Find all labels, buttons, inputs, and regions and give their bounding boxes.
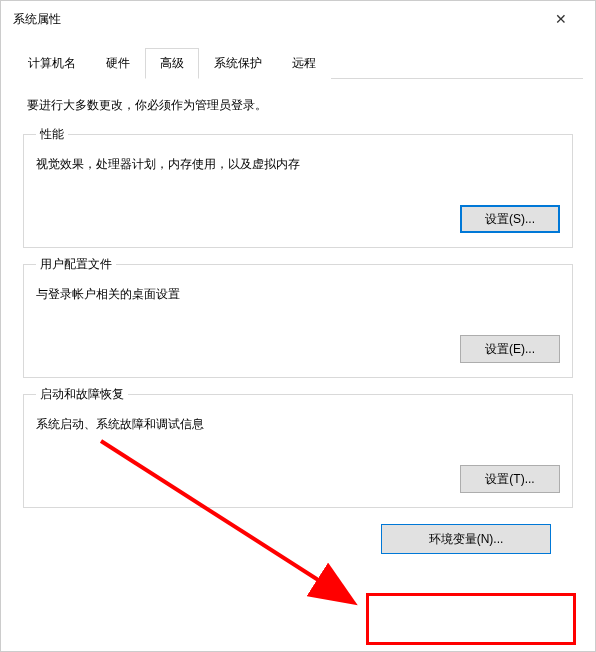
tab-content-advanced: 要进行大多数更改，你必须作为管理员登录。 性能 视觉效果，处理器计划，内存使用，… <box>13 79 583 564</box>
user-profiles-settings-button[interactable]: 设置(E)... <box>460 335 560 363</box>
tab-system-protection[interactable]: 系统保护 <box>199 48 277 79</box>
admin-notice-text: 要进行大多数更改，你必须作为管理员登录。 <box>23 97 573 114</box>
performance-desc: 视觉效果，处理器计划，内存使用，以及虚拟内存 <box>36 156 560 173</box>
startup-recovery-desc: 系统启动、系统故障和调试信息 <box>36 416 560 433</box>
performance-group: 性能 视觉效果，处理器计划，内存使用，以及虚拟内存 设置(S)... <box>23 134 573 248</box>
user-profiles-desc: 与登录帐户相关的桌面设置 <box>36 286 560 303</box>
close-icon[interactable]: ✕ <box>541 11 581 27</box>
performance-legend: 性能 <box>36 126 68 143</box>
tab-advanced[interactable]: 高级 <box>145 48 199 79</box>
system-properties-dialog: 系统属性 ✕ 计算机名 硬件 高级 系统保护 远程 要进行大多数更改，你必须作为… <box>0 0 596 652</box>
performance-settings-button[interactable]: 设置(S)... <box>460 205 560 233</box>
tab-remote[interactable]: 远程 <box>277 48 331 79</box>
titlebar: 系统属性 ✕ <box>1 1 595 37</box>
tabs: 计算机名 硬件 高级 系统保护 远程 <box>13 47 583 79</box>
tab-hardware[interactable]: 硬件 <box>91 48 145 79</box>
tab-computer-name[interactable]: 计算机名 <box>13 48 91 79</box>
annotation-highlight-rect <box>366 593 576 645</box>
user-profiles-group: 用户配置文件 与登录帐户相关的桌面设置 设置(E)... <box>23 264 573 378</box>
user-profiles-legend: 用户配置文件 <box>36 256 116 273</box>
tab-container: 计算机名 硬件 高级 系统保护 远程 要进行大多数更改，你必须作为管理员登录。 … <box>13 47 583 564</box>
startup-recovery-group: 启动和故障恢复 系统启动、系统故障和调试信息 设置(T)... <box>23 394 573 508</box>
dialog-title: 系统属性 <box>13 11 61 28</box>
environment-variables-button[interactable]: 环境变量(N)... <box>381 524 551 554</box>
startup-recovery-legend: 启动和故障恢复 <box>36 386 128 403</box>
startup-recovery-settings-button[interactable]: 设置(T)... <box>460 465 560 493</box>
